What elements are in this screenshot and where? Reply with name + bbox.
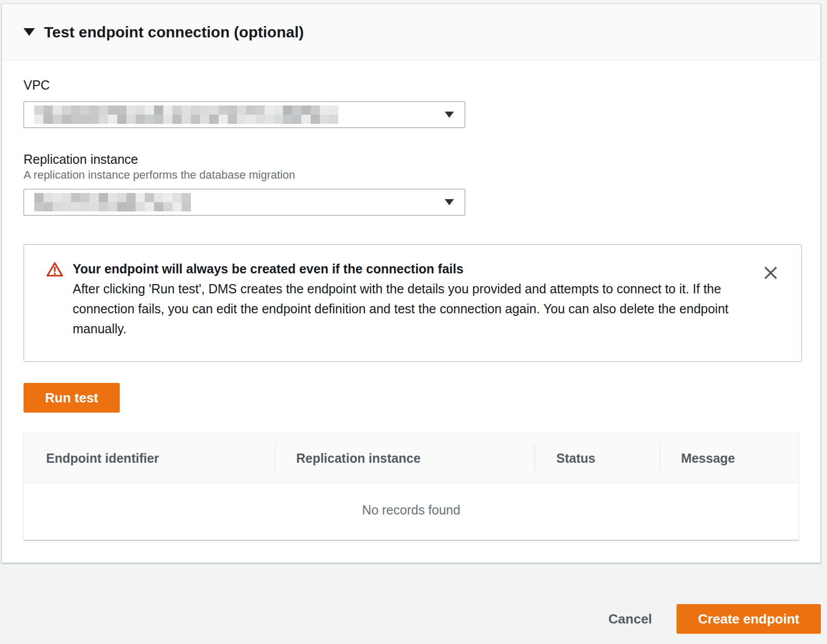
column-header-replication-instance: Replication instance [274,451,534,466]
replication-instance-label: Replication instance [24,152,799,166]
replication-instance-field: Replication instance A replication insta… [24,152,799,216]
warning-alert: Your endpoint will always be created eve… [24,244,802,362]
form-actions-footer: Cancel Create endpoint [608,604,821,634]
run-test-button[interactable]: Run test [24,383,120,413]
alert-content: Your endpoint will always be created eve… [73,259,781,341]
vpc-select[interactable] [24,101,465,128]
test-endpoint-connection-panel: Test endpoint connection (optional) VPC … [2,4,821,563]
section-header[interactable]: Test endpoint connection (optional) [2,4,820,60]
section-title: Test endpoint connection (optional) [44,24,304,41]
warning-triangle-icon [46,262,63,341]
caret-down-icon [445,199,454,205]
cancel-button[interactable]: Cancel [608,611,652,627]
vpc-field: VPC [24,78,799,128]
close-icon[interactable] [763,265,778,281]
create-endpoint-button[interactable]: Create endpoint [677,604,821,634]
alert-body: After clicking 'Run test', DMS creates t… [73,279,730,339]
empty-state-message: No records found [24,483,798,540]
column-header-message: Message [659,451,798,466]
collapse-triangle-icon[interactable] [24,28,35,36]
caret-down-icon [445,112,454,118]
section-body: VPC Replication instance A replication i… [2,60,820,540]
replication-instance-select[interactable] [24,189,465,216]
table-header-row: Endpoint identifier Replication instance… [24,434,798,483]
alert-title: Your endpoint will always be created eve… [73,259,730,279]
vpc-label: VPC [24,78,799,92]
replication-instance-description: A replication instance performs the data… [24,169,799,181]
replication-instance-redacted-value [34,193,191,211]
column-header-endpoint-identifier: Endpoint identifier [24,451,274,466]
test-results-table: Endpoint identifier Replication instance… [24,433,799,540]
vpc-redacted-value [34,105,338,124]
column-header-status: Status [534,451,659,466]
